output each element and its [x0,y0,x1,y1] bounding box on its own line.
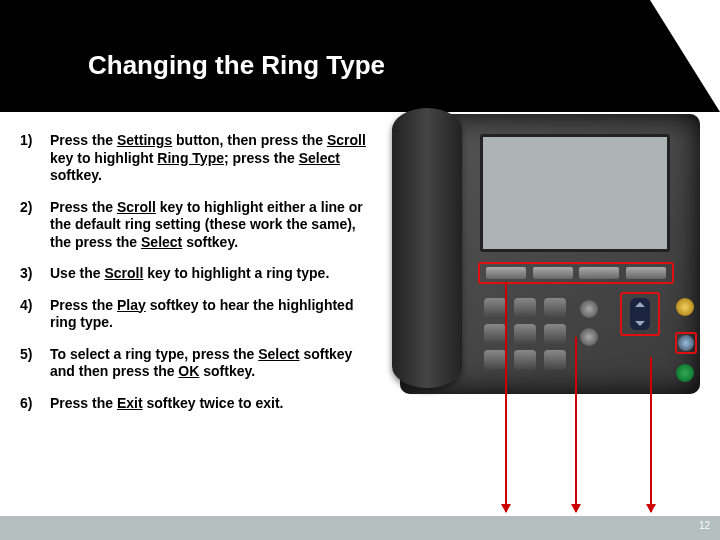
slide-body: 1)Press the Settings button, then press … [0,112,720,412]
round-button [580,300,598,318]
keypad-button [514,298,536,318]
instruction-step: 4)Press the Play softkey to hear the hig… [20,297,370,332]
step-number: 1) [20,132,50,185]
scroll-highlight [620,292,660,336]
keypad-button [514,350,536,370]
step-number: 4) [20,297,50,332]
arrow-scroll [575,337,577,512]
arrow-settings [650,357,652,512]
keypad-button [484,298,506,318]
handset [392,108,462,388]
round-button [580,328,598,346]
slide: Changing the Ring Type 1)Press the Setti… [0,0,720,540]
footer-bar: 12 [0,516,720,540]
instruction-step: 3)Use the Scroll key to highlight a ring… [20,265,370,283]
step-text: Press the Play softkey to hear the highl… [50,297,370,332]
arrow-softkeys [505,282,507,512]
step-number: 5) [20,346,50,381]
slide-title: Changing the Ring Type [88,50,385,81]
keypad-button [484,324,506,344]
keypad-button [544,298,566,318]
softkey [533,267,573,279]
settings-button [678,335,694,351]
page-number: 12 [699,520,710,531]
phone-illustration [400,114,700,394]
step-text: Use the Scroll key to highlight a ring t… [50,265,370,283]
instruction-step: 1)Press the Settings button, then press … [20,132,370,185]
step-text: Press the Scroll key to highlight either… [50,199,370,252]
softkey [626,267,666,279]
keypad-button [484,350,506,370]
keypad-button [544,350,566,370]
step-number: 2) [20,199,50,252]
step-text: Press the Exit softkey twice to exit. [50,395,370,413]
keypad-button [544,324,566,344]
softkey [579,267,619,279]
instruction-step: 2)Press the Scroll key to highlight eith… [20,199,370,252]
phone-screen [480,134,670,252]
round-button [676,298,694,316]
scroll-button [630,298,650,330]
softkey [486,267,526,279]
step-text: To select a ring type, press the Select … [50,346,370,381]
softkeys-highlight [478,262,674,284]
keypad-button [514,324,536,344]
instruction-step: 6)Press the Exit softkey twice to exit. [20,395,370,413]
instruction-step: 5)To select a ring type, press the Selec… [20,346,370,381]
corner-decoration [606,0,720,112]
step-number: 3) [20,265,50,283]
round-button [676,364,694,382]
step-text: Press the Settings button, then press th… [50,132,370,185]
header-bar: Changing the Ring Type [0,0,720,112]
step-number: 6) [20,395,50,413]
